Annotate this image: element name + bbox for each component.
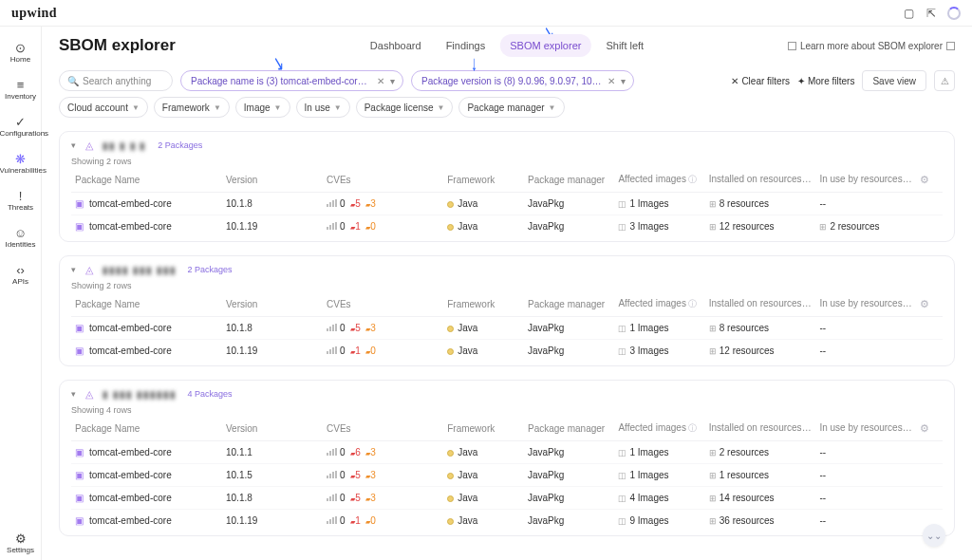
filter-pill[interactable]: Package name is (3) tomcat-embed-core, t…: [180, 70, 403, 91]
table-row[interactable]: ▣tomcat-embed-core 10.1.8 0 5 3 Java Jav…: [71, 317, 943, 340]
table-row[interactable]: ▣tomcat-embed-core 10.1.19 0 1 0 Java Ja…: [71, 215, 943, 238]
layout-icon[interactable]: ▢: [902, 7, 915, 20]
col-version[interactable]: Version: [222, 168, 323, 193]
package-manager-cell: JavaPkg: [524, 193, 614, 215]
learn-more-link[interactable]: Learn more about SBOM explorer: [788, 41, 955, 51]
col-affected-images[interactable]: Affected imagesⓘ: [614, 417, 704, 441]
scroll-down-button[interactable]: ⌄⌄: [923, 524, 945, 547]
tab-findings[interactable]: Findings: [437, 34, 495, 57]
col-cves[interactable]: CVEs: [323, 292, 443, 317]
rail-item-vulnerabilities[interactable]: ❋Vulnerabilities: [0, 145, 42, 180]
table-row[interactable]: ▣tomcat-embed-core 10.1.1 0 6 3 Java Jav…: [71, 441, 943, 464]
col-installed-resources[interactable]: Installed on resourcesⓘ: [705, 168, 816, 193]
rail-item-identities[interactable]: ☺Identities: [0, 219, 42, 254]
info-icon[interactable]: ⓘ: [804, 299, 813, 308]
rail-item-threats[interactable]: !Threats: [0, 182, 42, 217]
clear-filters-label: Clear filters: [741, 76, 790, 86]
filter-chip-in-use[interactable]: In use▼: [296, 97, 350, 118]
collapse-icon[interactable]: ▾: [71, 265, 76, 274]
filter-chip-framework[interactable]: Framework▼: [154, 97, 230, 118]
rail-item-configurations[interactable]: ✓Configurations: [0, 108, 42, 143]
save-view-button[interactable]: Save view: [862, 70, 926, 91]
filter-chip-cloud-account[interactable]: Cloud account▼: [59, 97, 148, 118]
col-package-name[interactable]: Package Name: [71, 292, 222, 317]
table-row[interactable]: ▣tomcat-embed-core 10.1.8 0 5 3 Java Jav…: [71, 193, 943, 215]
col-inuse-resources[interactable]: In use by resourcesⓘ: [815, 292, 916, 317]
info-icon[interactable]: ⓘ: [905, 423, 913, 433]
table-row[interactable]: ▣tomcat-embed-core 10.1.19 0 1 0 Java Ja…: [71, 510, 943, 532]
info-icon[interactable]: ⓘ: [905, 299, 913, 308]
package-manager-cell: JavaPkg: [524, 441, 614, 464]
filter-chip-package-manager[interactable]: Package manager▼: [458, 97, 564, 118]
col-installed-resources[interactable]: Installed on resourcesⓘ: [705, 417, 816, 441]
package-manager-cell: JavaPkg: [524, 510, 614, 532]
col-inuse-resources[interactable]: In use by resourcesⓘ: [815, 168, 916, 193]
group-header[interactable]: ▾ ◬ ▮▮ ▮ ▮ ▮ 2 Packages: [71, 140, 943, 151]
col-version[interactable]: Version: [222, 417, 323, 441]
book-icon: [788, 42, 796, 50]
left-nav-rail: ⊙Home≡Inventory✓Configurations❋Vulnerabi…: [0, 27, 42, 560]
cves-cell: 0 5 3: [323, 193, 443, 215]
table-row[interactable]: ▣tomcat-embed-core 10.1.19 0 1 0 Java Ja…: [71, 340, 943, 363]
rail-label: Vulnerabilities: [0, 166, 42, 175]
chip-label: Cloud account: [67, 103, 128, 113]
packages-table: Package Name Version CVEs Framework Pack…: [71, 417, 943, 532]
apis-icon: ‹›: [0, 262, 42, 277]
rail-item-home[interactable]: ⊙Home: [0, 34, 42, 69]
col-version[interactable]: Version: [222, 292, 323, 317]
collapse-icon[interactable]: ▾: [71, 140, 76, 150]
col-installed-resources[interactable]: Installed on resourcesⓘ: [705, 292, 816, 317]
info-icon[interactable]: ⓘ: [804, 423, 813, 433]
person-icon[interactable]: ⇱: [925, 7, 938, 20]
col-package-manager[interactable]: Package manager: [524, 292, 614, 317]
collapse-icon[interactable]: ▾: [71, 389, 76, 399]
showing-rows-label: Showing 2 rows: [71, 281, 943, 290]
col-framework[interactable]: Framework: [443, 168, 524, 193]
table-row[interactable]: ▣tomcat-embed-core 10.1.8 0 5 3 Java Jav…: [71, 487, 943, 510]
filter-chip-package-license[interactable]: Package license▼: [356, 97, 454, 118]
col-affected-images[interactable]: Affected imagesⓘ: [614, 168, 704, 193]
col-affected-images[interactable]: Affected imagesⓘ: [614, 292, 704, 317]
col-framework[interactable]: Framework: [443, 292, 524, 317]
col-package-name[interactable]: Package Name: [71, 417, 222, 441]
col-package-manager[interactable]: Package manager: [524, 168, 614, 193]
info-icon[interactable]: ⓘ: [804, 175, 813, 184]
table-settings-icon[interactable]: ⚙: [920, 174, 929, 185]
col-framework[interactable]: Framework: [443, 417, 524, 441]
group-header[interactable]: ▾ ◬ ▮ ▮▮▮ ▮▮▮▮▮▮ 4 Packages: [71, 388, 943, 400]
col-package-name[interactable]: Package Name: [71, 168, 222, 193]
info-icon[interactable]: ⓘ: [688, 299, 697, 308]
table-settings-icon[interactable]: ⚙: [920, 422, 929, 434]
table-row[interactable]: ▣tomcat-embed-core 10.1.5 0 5 3 Java Jav…: [71, 464, 943, 487]
clear-filters-button[interactable]: ✕Clear filters: [731, 76, 790, 86]
table-settings-icon[interactable]: ⚙: [920, 298, 929, 309]
filter-chip-image[interactable]: Image▼: [235, 97, 290, 118]
version-cell: 10.1.19: [222, 510, 323, 532]
framework-cell: Java: [443, 464, 524, 487]
tab-dashboard[interactable]: Dashboard: [361, 34, 431, 57]
chevron-down-icon[interactable]: ▾: [621, 76, 626, 86]
group-header[interactable]: ▾ ◬ ▮▮▮▮ ▮▮▮ ▮▮▮ 2 Packages: [71, 264, 943, 275]
filter-icon: ✦: [797, 76, 805, 86]
rail-item-settings[interactable]: ⚙Settings: [0, 525, 42, 560]
info-icon[interactable]: ⓘ: [688, 423, 697, 433]
result-groups: ▾ ◬ ▮▮ ▮ ▮ ▮ 2 Packages Showing 2 rows P…: [59, 131, 955, 536]
col-inuse-resources[interactable]: In use by resourcesⓘ: [815, 417, 916, 441]
remove-filter-icon[interactable]: ✕: [606, 76, 617, 86]
group-name-redacted: ▮▮▮▮ ▮▮▮ ▮▮▮: [103, 265, 177, 275]
tab-sbom-explorer[interactable]: SBOM explorer: [500, 34, 590, 57]
col-package-manager[interactable]: Package manager: [524, 417, 614, 441]
chevron-down-icon[interactable]: ▾: [390, 76, 395, 86]
info-icon[interactable]: ⓘ: [905, 175, 913, 184]
more-filters-button[interactable]: ✦More filters: [797, 76, 854, 86]
filter-pill[interactable]: Package version is (8) 9.0.96, 9.0.97, 1…: [411, 70, 634, 91]
info-icon[interactable]: ⓘ: [688, 175, 697, 184]
tab-shift-left[interactable]: Shift left: [596, 34, 653, 57]
rail-item-apis[interactable]: ‹›APIs: [0, 256, 42, 291]
remove-filter-icon[interactable]: ✕: [375, 76, 386, 86]
col-cves[interactable]: CVEs: [323, 168, 443, 193]
col-cves[interactable]: CVEs: [323, 417, 443, 441]
search-input[interactable]: 🔍 Search anything: [59, 70, 173, 91]
rail-item-inventory[interactable]: ≡Inventory: [0, 71, 42, 106]
warning-icon-button[interactable]: ⚠: [934, 70, 955, 91]
